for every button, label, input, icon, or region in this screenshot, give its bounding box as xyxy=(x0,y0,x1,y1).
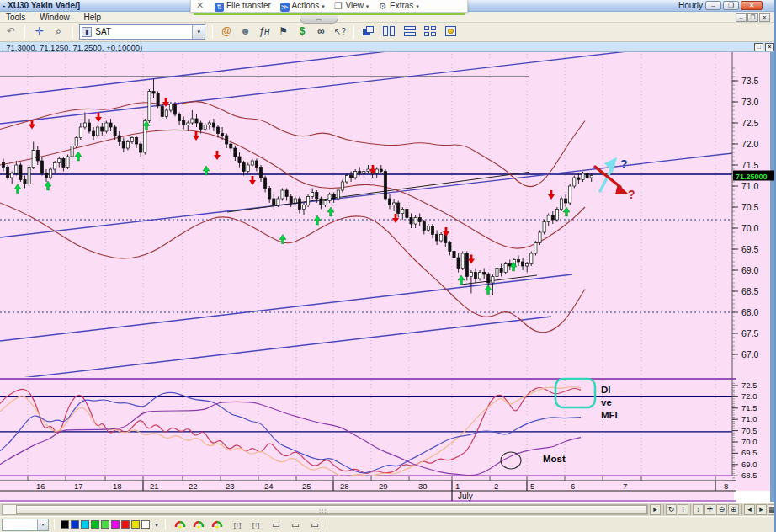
menu-window[interactable]: Window xyxy=(34,12,76,23)
symbol-icon: ▮ xyxy=(82,27,92,37)
day-label: 6 xyxy=(571,481,575,491)
last-price-tag: 71.25000 xyxy=(733,171,776,181)
line-style-combobox[interactable]: ▾ xyxy=(2,519,49,531)
page-left-button[interactable]: ◂ xyxy=(744,504,755,515)
flag-icon[interactable]: ⚑ xyxy=(276,24,291,40)
color-swatch[interactable] xyxy=(141,520,150,529)
session-close-icon[interactable]: ✕ xyxy=(191,0,209,11)
flat-box-icon[interactable]: ▭ xyxy=(308,519,322,531)
refresh-icon[interactable]: ↻ xyxy=(666,504,677,515)
bracket-up-icon[interactable]: [↑] xyxy=(249,519,263,531)
zoom-out-icon[interactable]: ⊖ xyxy=(716,504,727,515)
scroll-right-button[interactable]: ▸ xyxy=(650,504,661,515)
color-swatch[interactable] xyxy=(81,520,89,529)
separator xyxy=(741,504,742,515)
gauge-icon[interactable] xyxy=(210,519,224,531)
view-menu-button[interactable]: ❐View ▾ xyxy=(330,0,372,11)
symbol-combobox[interactable]: ▮ SAT ▾ xyxy=(79,24,205,40)
mdi-minimize-button[interactable]: – xyxy=(736,13,747,22)
separator xyxy=(54,519,55,530)
day-label: 24 xyxy=(264,481,274,491)
undo-icon[interactable]: ↶ xyxy=(3,24,19,40)
indicator-label: DI xyxy=(601,385,611,395)
minimize-button[interactable]: – xyxy=(705,1,721,10)
scrollbar-thumb[interactable]: ⁞⁞⁞ xyxy=(16,505,647,514)
day-label: 18 xyxy=(113,481,122,491)
file-transfer-icon: ⇅ xyxy=(215,3,224,12)
menu-tools[interactable]: Tools xyxy=(0,12,31,23)
flat-box-icon[interactable]: ▭ xyxy=(269,519,283,531)
context-help-icon[interactable]: ↖? xyxy=(332,24,348,40)
gear-icon: ⚙ xyxy=(378,2,387,11)
axis-corner xyxy=(734,491,770,502)
tile-horizontal-icon[interactable] xyxy=(404,26,417,38)
color-swatch[interactable] xyxy=(111,520,120,529)
color-swatch[interactable] xyxy=(101,520,109,529)
indicator-label: MFI xyxy=(601,410,618,420)
indicator-tick-label: 70.0 xyxy=(741,437,757,446)
extras-menu-button[interactable]: ⚙Extras ▾ xyxy=(375,0,423,11)
drawing-toolbar: ▾ ▾ [↑] [↑] ▭ ▭ ▭ xyxy=(0,516,776,532)
actions-menu-button[interactable]: ≫Actions ▾ xyxy=(277,0,328,11)
crosshair-icon[interactable]: ✛ xyxy=(704,504,715,515)
question-mark-annotation: ? xyxy=(620,157,628,171)
grid-corner-icon[interactable]: ▦ xyxy=(768,504,776,515)
binoculars-icon[interactable]: ∞ xyxy=(313,24,328,40)
mdi-restore-button[interactable]: ❐ xyxy=(747,13,758,22)
chart-close-button[interactable]: ✕ xyxy=(765,43,774,51)
palette-more-icon[interactable]: ▾ xyxy=(150,519,163,531)
quote-info-bar: , 71.3000, 71.1250, 71.2500, +0.10000) □… xyxy=(0,42,776,52)
horizontal-scrollbar[interactable]: ⁞⁞⁞ xyxy=(2,504,648,515)
gauge-icon[interactable] xyxy=(192,519,205,531)
day-label: 25 xyxy=(302,481,311,491)
color-swatch[interactable] xyxy=(71,520,79,529)
separator xyxy=(690,504,691,515)
symbol-value: SAT xyxy=(95,27,111,36)
close-button[interactable]: ✕ xyxy=(741,1,763,10)
chevron-down-icon[interactable]: ▾ xyxy=(37,519,48,530)
grid-settings-icon[interactable] xyxy=(445,26,459,38)
page-right-button[interactable]: ▸ xyxy=(756,504,767,515)
color-swatch[interactable] xyxy=(131,520,140,529)
indicator-tick-label: 70.5 xyxy=(741,426,757,435)
chevron-down-icon[interactable]: ▾ xyxy=(192,25,205,39)
bracket-up-icon[interactable]: [↑] xyxy=(231,519,244,531)
alarm-icon[interactable]: @ xyxy=(219,24,234,40)
gauge-icon[interactable] xyxy=(173,519,187,531)
question-mark-annotation: ? xyxy=(628,188,635,201)
toolbar-separator xyxy=(212,25,213,39)
day-label: 21 xyxy=(150,481,159,491)
zoom-in-icon[interactable]: ⊕ xyxy=(728,504,739,515)
flat-box-icon[interactable]: ▭ xyxy=(289,519,302,531)
color-swatch[interactable] xyxy=(61,520,69,529)
person-icon[interactable]: ☻ xyxy=(238,24,253,40)
zoom-chart-icon[interactable]: ⌕ xyxy=(50,24,66,40)
color-swatch[interactable] xyxy=(91,520,99,529)
vertical-fit-icon[interactable]: ↕ xyxy=(693,504,704,515)
toolbar-separator xyxy=(72,25,73,39)
toolbar-collapse-tab[interactable]: ︽ xyxy=(300,15,338,24)
cascade-windows-icon[interactable] xyxy=(363,26,376,38)
indicator-tick-label: 69.0 xyxy=(741,460,757,469)
tile-vertical-icon[interactable] xyxy=(383,26,396,38)
pan-icon[interactable]: ✛ xyxy=(32,24,47,40)
price-tick-label: 69.5 xyxy=(741,244,759,254)
chart-maximize-button[interactable]: □ xyxy=(754,43,763,51)
indicator-tick-label: 69.5 xyxy=(741,448,757,457)
dollar-icon[interactable]: $ xyxy=(295,24,310,40)
cursor-tool-icon[interactable]: I xyxy=(678,504,688,515)
tile-grid-icon[interactable] xyxy=(424,26,438,38)
formula-icon[interactable]: ƒʜ xyxy=(257,24,272,40)
color-swatch[interactable] xyxy=(121,520,130,529)
chart-area[interactable]: ??DIveMFIMost73.573.072.572.071.571.070.… xyxy=(0,52,776,502)
mdi-close-button[interactable]: ✕ xyxy=(759,13,770,22)
menu-help[interactable]: Help xyxy=(78,12,108,23)
file-transfer-button[interactable]: ⇅File transfer xyxy=(211,0,274,11)
indicator-tick-label: 68.5 xyxy=(741,471,757,480)
restore-button[interactable]: ❐ xyxy=(723,1,739,10)
price-tick-label: 71.5 xyxy=(741,160,759,170)
actions-icon: ≫ xyxy=(280,3,290,12)
indicator-tick-label: 72.5 xyxy=(741,380,757,390)
day-label: 17 xyxy=(74,481,83,491)
chart-canvas[interactable]: ??DIveMFIMost73.573.072.572.071.571.070.… xyxy=(0,52,776,502)
